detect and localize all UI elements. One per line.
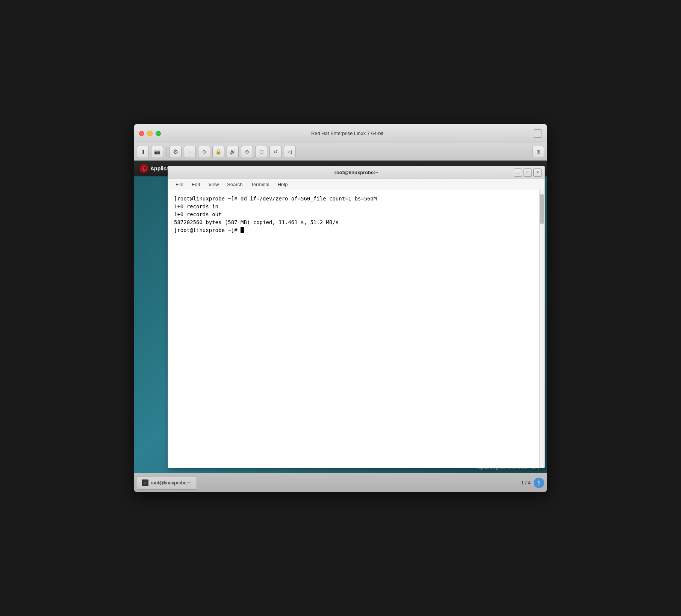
terminal-output: [root@linuxprobe ~]# dd if=/dev/zero of=…	[174, 195, 539, 234]
terminal-content[interactable]: [root@linuxprobe ~]# dd if=/dev/zero of=…	[168, 190, 545, 468]
terminal-restore-button[interactable]: □	[524, 168, 532, 177]
screenshot-button[interactable]: 📷	[151, 146, 163, 158]
search-menu[interactable]: Search	[223, 181, 246, 188]
cursor	[241, 227, 244, 233]
snapshot-button[interactable]: ⊙	[198, 146, 210, 158]
view-menu[interactable]: View	[204, 181, 222, 188]
settings-button[interactable]: ⚙	[169, 146, 182, 158]
vm-window: Red Hat Enterprise Linux 7 64-bit ⏸ 📷 ⚙ …	[134, 124, 547, 492]
edit-menu[interactable]: Edit	[188, 181, 204, 188]
terminal-window: root@linuxprobe:~ — □ ✕ File Edit View S…	[168, 166, 545, 468]
network-button[interactable]: ↔	[184, 146, 196, 158]
gnome-desktop: 🎩 Applications Places ▶ Terminal 🔊 ✦ 🖥 S…	[134, 161, 547, 492]
maximize-button[interactable]	[156, 131, 161, 136]
scrollbar-track[interactable]	[539, 190, 545, 468]
camera-button[interactable]: ⊕	[241, 146, 253, 158]
redhat-logo: 🎩	[140, 164, 148, 173]
terminal-window-buttons: — □ ✕	[514, 168, 542, 177]
pause-button[interactable]: ⏸	[137, 146, 149, 158]
separator-1	[166, 147, 166, 157]
help-menu[interactable]: Help	[274, 181, 292, 188]
macos-title-bar: Red Hat Enterprise Linux 7 64-bit	[134, 124, 547, 143]
file-menu[interactable]: File	[172, 181, 187, 188]
audio-button[interactable]: 🔊	[227, 146, 239, 158]
terminal-menu-item[interactable]: Terminal	[247, 181, 273, 188]
terminal-menu-bar: File Edit View Search Terminal Help	[168, 179, 545, 190]
expand-button[interactable]: ⊞	[532, 146, 544, 158]
lock-button[interactable]: 🔒	[212, 146, 224, 158]
taskbar-terminal-label: root@linuxprobe:~	[151, 480, 191, 486]
taskbar-pager: 1 / 4	[521, 480, 531, 486]
minimize-button[interactable]	[147, 131, 153, 136]
taskbar-terminal-item[interactable]: > root@linuxprobe:~	[137, 476, 197, 490]
fullscreen-button[interactable]	[534, 129, 542, 138]
taskbar-terminal-icon: >	[142, 479, 148, 486]
taskbar: > root@linuxprobe:~ 1 / 4 1	[134, 473, 547, 492]
terminal-title: root@linuxprobe:~	[334, 170, 378, 175]
terminal-title-bar: root@linuxprobe:~ — □ ✕	[168, 166, 545, 179]
vm-toolbar: ⏸ 📷 ⚙ ↔ ⊙ 🔒 🔊 ⊕ ⬡ ↺ ◁ ⊞	[134, 143, 547, 161]
close-button[interactable]	[139, 131, 144, 136]
back-button[interactable]: ◁	[284, 146, 296, 158]
scrollbar-thumb[interactable]	[540, 194, 544, 224]
terminal-minimize-button[interactable]: —	[514, 168, 522, 177]
usb-button[interactable]: ⬡	[255, 146, 267, 158]
taskbar-badge[interactable]: 1	[534, 478, 544, 488]
window-title: Red Hat Enterprise Linux 7 64-bit	[164, 130, 531, 136]
terminal-close-button[interactable]: ✕	[533, 168, 542, 177]
watermark: https://blog.csdn.net/SeanYi178	[476, 464, 540, 470]
refresh-button[interactable]: ↺	[269, 146, 281, 158]
